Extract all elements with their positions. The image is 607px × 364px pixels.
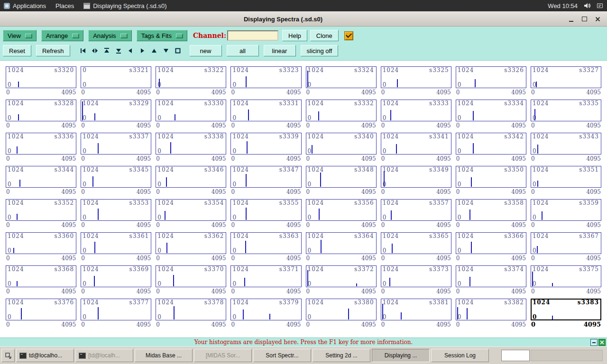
spectrum-plot[interactable]: 1024 s3371 0 [230, 265, 301, 287]
spectrum-plot[interactable]: 1024 s3366 0 [456, 232, 526, 254]
spectrum-plot[interactable]: 1024 s3343 0 [531, 133, 601, 155]
spectrum-plot[interactable]: 1024 s3374 0 [456, 265, 526, 287]
spectrum-plot[interactable]: 1024 s3350 0 [456, 166, 526, 188]
nav-box-button[interactable] [173, 46, 183, 55]
spectrum-plot[interactable]: 1024 s3323 0 [230, 66, 301, 88]
taskbar-item-sort-spectr[interactable]: Sort Spectr... [253, 349, 311, 362]
spectrum-plot[interactable]: 0 s3321 0 [81, 66, 151, 88]
nav-horizontal-pair-button[interactable] [90, 46, 100, 55]
spectrum-plot[interactable]: 1024 s3329 0 [81, 100, 151, 121]
menu-arrange-button[interactable]: Arrange [41, 30, 83, 41]
clock[interactable]: Wed 10:54 [548, 2, 578, 9]
spectrum-plot[interactable]: 1024 s3358 0 [456, 199, 526, 221]
spectrum-plot[interactable]: 1024 s3342 0 [456, 133, 526, 155]
nav-first-button[interactable] [78, 46, 88, 55]
spectrum-plot[interactable]: 1024 s3344 0 [6, 166, 76, 188]
spectrum-plot[interactable]: 1024 s3349 0 [381, 166, 451, 188]
spectrum-plot[interactable]: 1024 s3354 0 [156, 199, 226, 221]
spectrum-plot[interactable]: 1024 s3336 0 [6, 133, 76, 155]
spectrum-plot[interactable]: 1024 s3325 0 [381, 66, 451, 88]
spectrum-plot[interactable]: 1024 s3333 0 [381, 100, 451, 121]
spectrum-plot[interactable]: 1024 s3365 0 [381, 232, 451, 254]
places-menu[interactable]: Places [55, 2, 74, 9]
spectrum-plot[interactable]: 1024 s3367 0 [531, 232, 601, 254]
status-close-button[interactable] [598, 339, 606, 346]
spectrum-plot[interactable]: 1024 s3352 0 [6, 199, 76, 221]
spectrum-plot[interactable]: 1024 s3362 0 [156, 232, 226, 254]
input-method-icon[interactable] [597, 2, 603, 9]
window-titlebar[interactable]: Displaying Spectra (.sd.s0) [0, 11, 607, 27]
spectrum-plot[interactable]: 1024 s3340 0 [306, 133, 377, 155]
spectrum-plot[interactable]: 1024 s3345 0 [81, 166, 151, 188]
nav-right-button[interactable] [137, 46, 147, 55]
spectrum-plot[interactable]: 1024 s3347 0 [230, 166, 301, 188]
spectrum-plot[interactable]: 1024 s3341 0 [381, 133, 451, 155]
menu-view-button[interactable]: View [3, 30, 37, 41]
spectrum-plot[interactable]: 1024 s3370 0 [156, 265, 226, 287]
spectrum-plot[interactable]: 1024 s3337 0 [81, 133, 151, 155]
spectrum-plot[interactable]: 1024 s3359 0 [531, 199, 601, 221]
spectrum-plot[interactable]: 1024 s3351 0 [531, 166, 601, 188]
spectrum-plot[interactable]: 1024 s3379 0 [230, 299, 301, 320]
spectrum-plot[interactable]: 1024 s3376 0 [6, 299, 76, 320]
new-button[interactable]: new [190, 45, 222, 56]
spectrum-plot[interactable]: 1024 s3320 0 [6, 66, 76, 88]
menu-tags-fits-button[interactable]: Tags & Fits [137, 30, 187, 41]
spectrum-plot[interactable]: 1024 s3331 0 [230, 100, 301, 121]
spectrum-plot[interactable]: 1024 s3327 0 [531, 66, 601, 88]
spectrum-plot[interactable]: 1024 s3355 0 [230, 199, 301, 221]
taskbar-item-td-localho[interactable]: td@localho... [16, 349, 74, 362]
taskbar-item-displaying[interactable]: Displaying ... [372, 349, 430, 362]
nav-up-button[interactable] [149, 46, 159, 55]
spectrum-plot[interactable]: 1024 s3381 0 [381, 299, 451, 320]
spectrum-plot[interactable]: 1024 s3373 0 [381, 265, 451, 287]
workspace-2[interactable] [531, 350, 603, 361]
spectrum-plot[interactable]: 1024 s3372 0 [306, 265, 377, 287]
taskbar-item-session-log[interactable]: Session Log [431, 349, 489, 362]
taskbar-item-setting-2d[interactable]: Setting 2d ... [313, 349, 370, 362]
nav-to-top-button[interactable] [101, 46, 112, 55]
volume-icon[interactable] [583, 2, 591, 9]
status-minimize-button[interactable] [590, 339, 598, 346]
nav-to-bottom-button[interactable] [113, 46, 124, 55]
menu-analysis-button[interactable]: Analysis [88, 30, 131, 41]
spectrum-plot[interactable]: 1024 s3383 0 [531, 299, 601, 320]
spectrum-plot[interactable]: 1024 s3332 0 [306, 100, 377, 121]
spectrum-plot[interactable]: 1024 s3382 0 [456, 299, 526, 320]
taskbar-item-midas-sor[interactable]: [MIDAS Sor... [194, 349, 252, 362]
slicing-button[interactable]: slicing off [301, 45, 339, 56]
spectrum-plot[interactable]: 1024 s3357 0 [381, 199, 451, 221]
spectrum-plot[interactable]: 1024 s3335 0 [531, 100, 601, 121]
spectrum-plot[interactable]: 1024 s3361 0 [81, 232, 151, 254]
spectrum-plot[interactable]: 1024 s3339 0 [230, 133, 301, 155]
reset-button[interactable]: Reset [3, 45, 31, 56]
spectrum-plot[interactable]: 1024 s3348 0 [306, 166, 377, 188]
taskbar-item-td-localh[interactable]: [td@localh... [75, 349, 133, 362]
spectrum-plot[interactable]: 1024 s3324 0 [306, 66, 377, 88]
refresh-button[interactable]: Refresh [36, 45, 70, 56]
spectrum-plot[interactable]: 1024 s3375 0 [531, 265, 601, 287]
spectrum-plot[interactable]: 1024 s3334 0 [456, 100, 526, 121]
channel-input[interactable] [227, 30, 278, 41]
clone-button[interactable]: Clone [310, 30, 339, 41]
spectrum-plot[interactable]: 1024 s3353 0 [81, 199, 151, 221]
nav-down-button[interactable] [161, 46, 171, 55]
minimize-button[interactable] [566, 14, 576, 24]
nav-left-button[interactable] [125, 46, 136, 55]
spectrum-plot[interactable]: 1024 s3363 0 [230, 232, 301, 254]
spectrum-plot[interactable]: 1024 s3378 0 [156, 299, 226, 320]
spectrum-plot[interactable]: 1024 s3364 0 [306, 232, 377, 254]
spectrum-plot[interactable]: 1024 s3369 0 [81, 265, 151, 287]
spectrum-plot[interactable]: 1024 s3338 0 [156, 133, 226, 155]
applications-menu[interactable]: Applications [4, 2, 46, 9]
help-button[interactable]: Help [282, 30, 307, 41]
spectrum-plot[interactable]: 1024 s3322 0 [156, 66, 226, 88]
workspace-1[interactable] [501, 350, 530, 361]
close-button[interactable] [593, 14, 602, 24]
spectrum-plot[interactable]: 1024 s3346 0 [156, 166, 226, 188]
spectrum-plot[interactable]: 1024 s3377 0 [81, 299, 151, 320]
option-checkbox[interactable] [344, 31, 353, 40]
spectrum-plot[interactable]: 1024 s3326 0 [456, 66, 526, 88]
spectrum-plot[interactable]: 1024 s3368 0 [6, 265, 76, 287]
all-button[interactable]: all [227, 45, 259, 56]
